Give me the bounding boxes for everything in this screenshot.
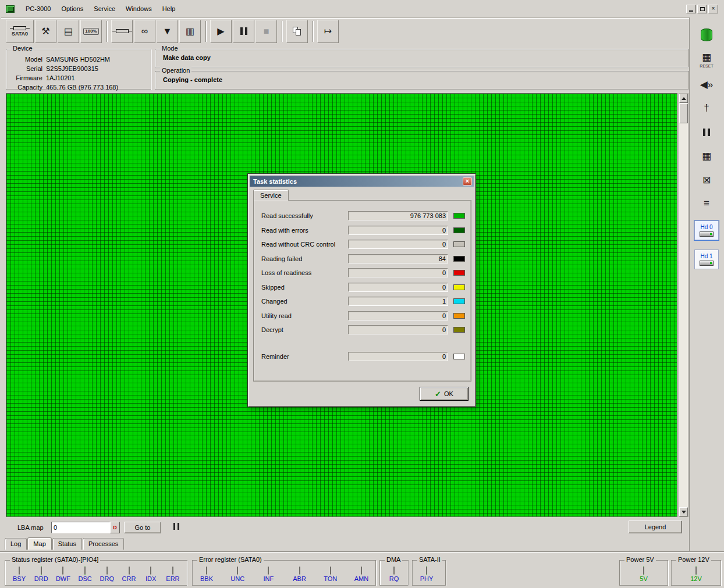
menu-items: PC-3000 Options Service Windows Help <box>20 3 180 15</box>
mode-panel-title: Mode <box>160 45 180 52</box>
stat-row: Read without CRC control 0 <box>254 237 471 252</box>
dialog-titlebar[interactable]: Task statistics × <box>250 176 474 187</box>
exit-icon: ↦ <box>324 27 332 36</box>
ok-button[interactable]: ✓ OK <box>420 387 469 401</box>
close-button[interactable]: × <box>708 5 718 13</box>
stat-value: 0 <box>442 353 446 360</box>
goto-button[interactable]: Go to <box>124 522 161 533</box>
hd1-button[interactable]: Hd 1 <box>694 250 719 269</box>
stat-color-swatch <box>453 213 465 219</box>
minimize-icon <box>689 10 693 12</box>
stat-bar: 0 <box>348 240 448 249</box>
device-field-label: Firmware <box>6 73 42 83</box>
start-task-button[interactable]: ▶ <box>210 20 232 43</box>
led-indicator <box>330 566 331 575</box>
dialog-title: Task statistics <box>253 178 463 185</box>
stop-task-button[interactable]: ■ <box>255 20 277 43</box>
filter-button[interactable]: ▼ <box>157 20 178 43</box>
error-register-title: Error register (SATA0) <box>197 556 264 563</box>
status-register-title: Status register (SATA0)-[PIO4] <box>10 556 100 563</box>
tab-log[interactable]: Log <box>5 538 27 550</box>
window-buttons: × <box>686 5 718 13</box>
hd0-button[interactable]: Hd 0 <box>694 220 719 240</box>
tab-service[interactable]: Service <box>253 190 289 201</box>
error-register-group: Error register (SATA0) BBK UNC INF <box>192 560 376 586</box>
lba-mode-button[interactable]: D <box>110 522 120 533</box>
power12-group: Power 12V 12V <box>671 560 721 586</box>
menu-item[interactable]: Options <box>56 3 88 15</box>
stat-color-swatch <box>453 270 465 276</box>
oscilloscope-button[interactable]: ▦ <box>702 148 711 163</box>
close-icon: × <box>466 177 469 184</box>
task-statistics-dialog: Task statistics × Service Read successfu… <box>247 173 476 407</box>
port-test-button[interactable] <box>111 20 133 43</box>
stat-value: 0 <box>442 312 446 319</box>
scroll-up-button[interactable] <box>679 94 688 103</box>
exit-utility-button[interactable]: ↦ <box>317 20 339 43</box>
menu-item[interactable]: Help <box>157 3 181 15</box>
pause-icon <box>239 27 249 35</box>
scroll-down-button[interactable] <box>679 507 688 516</box>
tab-processes[interactable]: Processes <box>83 538 124 550</box>
hd1-label: Hd 1 <box>700 253 712 259</box>
legend-button[interactable]: Legend <box>629 521 682 533</box>
led-indicator <box>129 566 130 575</box>
status-led: IDX <box>143 567 159 582</box>
power5-group: Power 5V 5V <box>619 560 668 586</box>
sliders-button[interactable]: ≡ <box>704 196 709 211</box>
scrollbar-thumb[interactable] <box>679 104 688 123</box>
utility-settings-button[interactable]: ⚒ <box>35 20 56 43</box>
menu-item[interactable]: Service <box>88 3 120 15</box>
led-label: 5V <box>636 575 652 582</box>
restore-button[interactable] <box>697 5 707 13</box>
script-button[interactable]: ▤ <box>58 20 79 43</box>
minimize-button[interactable] <box>686 5 696 13</box>
operation-panel-title: Operation <box>160 67 191 74</box>
dma-led: RQ <box>386 567 402 582</box>
probe-button[interactable]: † <box>704 101 709 116</box>
map-scrollbar[interactable] <box>679 93 688 517</box>
database-export-button[interactable] <box>701 27 712 42</box>
status-led: DWF <box>55 567 71 582</box>
menu-item[interactable]: Windows <box>120 3 157 15</box>
stat-row: Changed 1 <box>254 294 471 309</box>
percent-button[interactable]: 100% <box>80 20 102 43</box>
find-button[interactable]: ∞ <box>134 20 155 43</box>
tab-status[interactable]: Status <box>52 538 82 550</box>
map-pause-icon[interactable] <box>172 523 180 530</box>
stat-color-swatch <box>453 256 465 262</box>
led-label: AMN <box>353 575 370 582</box>
lba-input[interactable] <box>51 522 110 533</box>
dialog-close-button[interactable]: × <box>463 177 472 186</box>
pause-task-button[interactable] <box>233 20 254 43</box>
sata-port-button[interactable]: SATA0 <box>6 20 34 43</box>
led-indicator <box>206 566 207 575</box>
error-led: AMN <box>353 567 370 582</box>
sound-button[interactable]: ◀» <box>700 77 714 92</box>
data-copy-button[interactable] <box>286 20 308 43</box>
reset-drive-button[interactable]: ▦ RESET <box>700 51 713 68</box>
hd0-label: Hd 0 <box>700 224 712 230</box>
reset-label: RESET <box>700 64 713 68</box>
stat-value: 1 <box>442 298 446 305</box>
operation-panel: Operation Copying - complete <box>155 71 689 90</box>
mode-value: Make data copy <box>163 54 211 61</box>
led-label: DSC <box>77 575 93 582</box>
stat-label: Read successfully <box>261 212 348 219</box>
menu-item[interactable]: PC-3000 <box>20 3 56 15</box>
tests-button[interactable]: ▥ <box>179 20 201 43</box>
chip-icon: ▦ <box>702 51 711 63</box>
database-icon <box>701 28 712 41</box>
stat-bar: 0 <box>348 283 448 292</box>
led-indicator <box>19 566 20 575</box>
tab-map[interactable]: Map <box>27 537 51 550</box>
error-led: UNC <box>229 567 246 582</box>
clear-copy-button[interactable]: ⊠ <box>702 172 711 187</box>
binoculars-icon: ∞ <box>141 27 148 36</box>
script-icon: ▤ <box>64 27 73 36</box>
led-indicator <box>426 566 427 575</box>
sidebar-pause-button[interactable] <box>702 124 711 140</box>
device-field-value: 465.76 GB (976 773 168) <box>46 83 151 92</box>
stat-row: Reminder 0 <box>254 350 471 364</box>
dma-title: DMA <box>385 556 402 563</box>
